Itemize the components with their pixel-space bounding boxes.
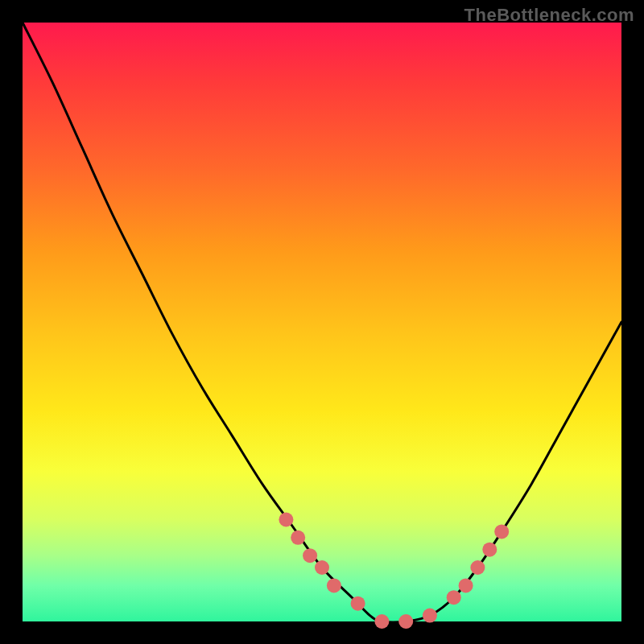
bottleneck-curve-svg — [23, 23, 621, 621]
curve-marker — [470, 560, 485, 575]
marker-group — [279, 513, 509, 630]
curve-marker — [459, 578, 473, 592]
bottleneck-curve-path — [23, 23, 621, 622]
curve-marker — [447, 590, 461, 605]
chart-frame: TheBottleneck.com — [0, 0, 644, 644]
curve-marker — [351, 597, 365, 611]
curve-marker — [423, 609, 437, 623]
curve-marker — [279, 513, 293, 527]
curve-marker — [315, 560, 329, 575]
curve-marker — [303, 548, 317, 563]
plot-area — [23, 23, 621, 621]
curve-marker — [494, 524, 509, 539]
curve-marker — [482, 543, 497, 557]
curve-marker — [291, 530, 305, 545]
curve-marker — [398, 614, 413, 629]
curve-marker — [374, 614, 389, 629]
curve-marker — [327, 578, 341, 592]
